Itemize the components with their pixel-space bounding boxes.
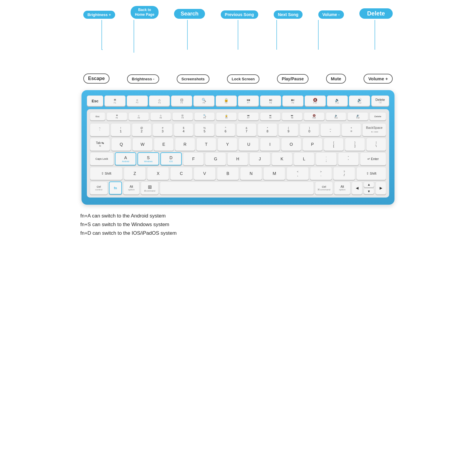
key-3[interactable]: #3 (153, 123, 172, 136)
label-prev-song: Previous Song (221, 10, 258, 19)
key-esc[interactable]: Esc (87, 95, 103, 106)
key-y[interactable]: Y (217, 138, 237, 151)
key-f11[interactable]: 🔉 F11 (327, 95, 348, 106)
key-f3[interactable]: ⌂ F3 (149, 95, 170, 106)
key-f6[interactable]: 🔒 F6 (216, 95, 237, 106)
key-fn[interactable]: fn (109, 181, 122, 195)
key-backspace[interactable]: BackSpace ←— (362, 123, 386, 136)
key-backslash[interactable]: |\ (366, 138, 386, 151)
key-5[interactable]: %5 (195, 123, 214, 136)
key-w[interactable]: W (132, 138, 152, 151)
key-shift-left[interactable]: ⇧ Shift (90, 167, 123, 180)
key-z[interactable]: Z (124, 167, 146, 180)
kb-f11[interactable]: 🔉F11 (326, 112, 347, 120)
key-b[interactable]: B (217, 167, 239, 180)
key-v[interactable]: V (194, 167, 216, 180)
key-f8[interactable]: ⏯ F8 (260, 95, 281, 106)
key-j[interactable]: J (249, 152, 270, 165)
key-ctrl-right[interactable]: Ctrl ⌘command (315, 181, 333, 195)
key-tab[interactable]: Tab ↹ ⇆ (90, 138, 110, 151)
key-capslock[interactable]: Caps Lock (90, 152, 114, 165)
key-f10[interactable]: 🔇 F10 (305, 95, 326, 106)
kb-del[interactable]: Delete (369, 112, 386, 120)
key-arrow-down[interactable]: ▼ (364, 188, 374, 194)
key-e[interactable]: E (154, 138, 174, 151)
key-1[interactable]: !1 (111, 123, 130, 136)
key-win[interactable]: ⊞ ⌘command (141, 181, 159, 195)
key-q[interactable]: Q (111, 138, 131, 151)
key-9[interactable]: (9 (278, 123, 298, 136)
kb-f6[interactable]: 🔒F6 (216, 112, 237, 120)
key-c[interactable]: C (170, 167, 192, 180)
kb-esc[interactable]: Esc (90, 112, 105, 120)
bottom-labels-row: Escape Brightness - Screenshots Lock Scr… (80, 73, 396, 84)
key-f[interactable]: F (183, 152, 204, 165)
bottom-row: Ctrl control fn Alt option ⊞ ⌘command Ct… (90, 181, 386, 195)
key-comma[interactable]: <, (286, 167, 309, 180)
key-f1[interactable]: ☀ F1 (104, 95, 126, 106)
key-7[interactable]: &7 (237, 123, 256, 136)
key-alt-left[interactable]: Alt option (123, 181, 140, 195)
kb-f7[interactable]: ⏮F7 (238, 112, 259, 120)
key-p[interactable]: P (303, 138, 322, 151)
key-6[interactable]: ^6 (216, 123, 235, 136)
key-l[interactable]: L (294, 152, 314, 165)
key-tilde[interactable]: ~` (90, 123, 109, 136)
key-slash[interactable]: ?/ (333, 167, 355, 180)
key-semicolon[interactable]: :; (316, 152, 336, 165)
qwerty-row: Tab ↹ ⇆ Q W E R T Y U I O P {[ }] |\ (90, 138, 386, 151)
key-o[interactable]: O (281, 138, 301, 151)
key-f4[interactable]: ⊡ F4 (171, 95, 192, 106)
key-delete-fn[interactable]: Delete ⌫ (371, 95, 389, 106)
connectors-svg (80, 20, 396, 73)
key-arrow-up[interactable]: ▲ (364, 181, 374, 187)
key-k[interactable]: K (272, 152, 292, 165)
key-8[interactable]: *8 (258, 123, 277, 136)
kb-f1[interactable]: ☀F1 (107, 112, 127, 120)
key-f5[interactable]: 🔍 F5 (193, 95, 214, 106)
key-space[interactable] (160, 181, 314, 195)
key-rbracket[interactable]: }] (345, 138, 365, 151)
key-0[interactable]: )0 (300, 123, 319, 136)
key-4[interactable]: $4 (174, 123, 193, 136)
key-m[interactable]: M (263, 167, 285, 180)
key-n[interactable]: N (240, 167, 262, 180)
key-quote[interactable]: "' (338, 152, 359, 165)
kb-f12[interactable]: 🔊F12 (347, 112, 368, 120)
key-f7[interactable]: ⏮ F7 (238, 95, 259, 106)
key-2[interactable]: @2 (132, 123, 151, 136)
key-arrow-left[interactable]: ◀ (352, 181, 362, 195)
label-delete: Delete (359, 8, 393, 19)
key-shift-right[interactable]: ⇧ Shift (356, 167, 386, 180)
label-brightness-minus: Brightness - (127, 74, 159, 84)
kb-f9[interactable]: ⏭F9 (282, 112, 303, 120)
key-f9[interactable]: ⏭ F9 (282, 95, 303, 106)
key-t[interactable]: T (196, 138, 216, 151)
key-d[interactable]: D iOS (160, 152, 182, 165)
key-u[interactable]: U (239, 138, 259, 151)
key-f12[interactable]: 🔊 F12 (349, 95, 370, 106)
key-minus[interactable]: _- (320, 123, 340, 136)
key-g[interactable]: G (205, 152, 226, 165)
key-arrow-right[interactable]: ▶ (375, 181, 386, 195)
kb-f4[interactable]: ⊡F4 (172, 112, 193, 120)
key-alt-right[interactable]: Alt option (334, 181, 350, 195)
key-a[interactable]: A Android (115, 152, 136, 165)
key-h[interactable]: H (227, 152, 248, 165)
bottom-text-1: fn+A can switch to the Android system (80, 212, 396, 220)
key-equals[interactable]: += (342, 123, 361, 136)
key-r[interactable]: R (175, 138, 195, 151)
key-x[interactable]: X (147, 167, 169, 180)
kb-f8[interactable]: ⏯F8 (260, 112, 281, 120)
key-s[interactable]: S Windows (137, 152, 159, 165)
key-period[interactable]: >. (310, 167, 332, 180)
key-ctrl-left[interactable]: Ctrl control (90, 181, 108, 195)
key-i[interactable]: I (260, 138, 280, 151)
key-enter[interactable]: ↵ Enter (360, 152, 386, 165)
kb-f3[interactable]: ⌂F3 (150, 112, 171, 120)
kb-f2[interactable]: ☼F2 (129, 112, 149, 120)
kb-f5[interactable]: 🔍F5 (194, 112, 215, 120)
kb-f10[interactable]: 🔇F10 (304, 112, 325, 120)
key-f2[interactable]: ☼ F2 (127, 95, 148, 106)
key-lbracket[interactable]: {[ (324, 138, 344, 151)
